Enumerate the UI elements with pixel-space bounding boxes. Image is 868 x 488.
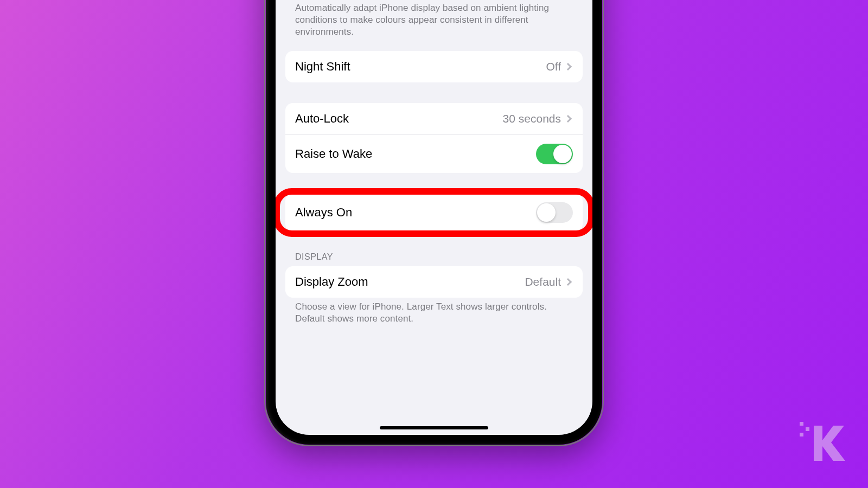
settings-content: Automatically adapt iPhone display based… xyxy=(276,0,592,338)
auto-lock-row[interactable]: Auto-Lock 30 seconds xyxy=(285,103,583,134)
display-zoom-row[interactable]: Display Zoom Default xyxy=(285,266,583,298)
night-shift-value: Off xyxy=(546,60,561,73)
svg-rect-0 xyxy=(800,422,803,426)
always-on-toggle[interactable] xyxy=(536,202,573,223)
display-section-header: DISPLAY xyxy=(285,252,583,266)
chevron-right-icon xyxy=(564,278,572,286)
toggle-knob xyxy=(553,145,572,163)
raise-to-wake-label: Raise to Wake xyxy=(295,147,536,161)
chevron-right-icon xyxy=(564,115,572,123)
phone-frame-container: Automatically adapt iPhone display based… xyxy=(266,0,602,445)
watermark-logo xyxy=(797,418,846,466)
display-zoom-value: Default xyxy=(525,275,561,288)
night-shift-label: Night Shift xyxy=(295,60,546,74)
chevron-right-icon xyxy=(564,63,572,70)
display-zoom-label: Display Zoom xyxy=(295,275,525,289)
phone-screen: Automatically adapt iPhone display based… xyxy=(276,0,592,435)
wake-group: Auto-Lock 30 seconds Raise to Wake xyxy=(285,103,583,173)
always-on-label: Always On xyxy=(295,206,536,220)
phone-frame: Automatically adapt iPhone display based… xyxy=(266,0,602,445)
auto-lock-value: 30 seconds xyxy=(503,112,561,125)
raise-to-wake-row[interactable]: Raise to Wake xyxy=(285,134,583,173)
svg-rect-2 xyxy=(800,433,803,436)
auto-lock-label: Auto-Lock xyxy=(295,112,503,126)
true-tone-caption: Automatically adapt iPhone display based… xyxy=(285,0,583,51)
display-zoom-group: Display Zoom Default xyxy=(285,266,583,298)
always-on-row[interactable]: Always On xyxy=(285,194,583,232)
night-shift-row[interactable]: Night Shift Off xyxy=(285,51,583,82)
home-indicator[interactable] xyxy=(380,426,488,429)
always-on-group: Always On xyxy=(285,194,583,232)
display-zoom-caption: Choose a view for iPhone. Larger Text sh… xyxy=(285,298,583,338)
svg-rect-1 xyxy=(806,427,809,431)
toggle-knob xyxy=(537,203,556,222)
raise-to-wake-toggle[interactable] xyxy=(536,144,573,164)
night-shift-group: Night Shift Off xyxy=(285,51,583,82)
